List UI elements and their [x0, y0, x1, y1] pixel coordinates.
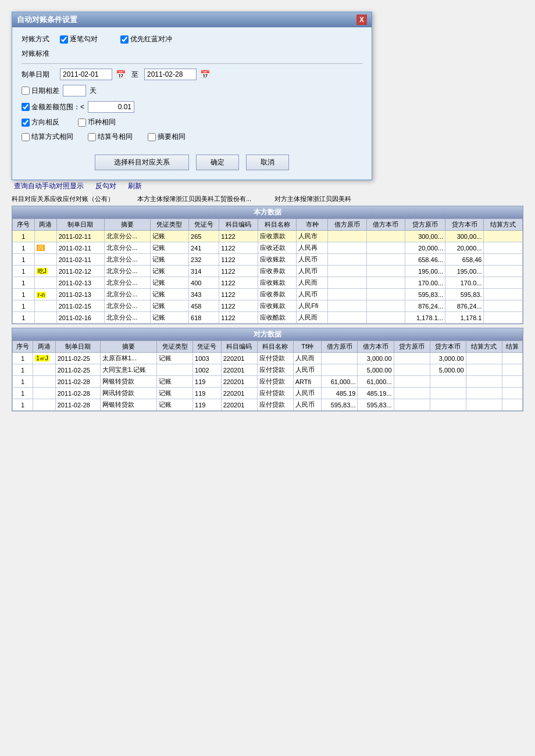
table-cell: 北京分公... [105, 289, 150, 300]
priority-checkbox-wrapper[interactable]: 优先红蓝对冲 [120, 34, 172, 44]
dialog-body: 对账方式 逐笔勾对 优先红蓝对冲 对账标准 制单日期 📅 至 📅 [12, 27, 372, 180]
dialog-title: 自动对账条件设置 [17, 15, 77, 25]
divider1 [22, 63, 362, 64]
settle-no-checkbox[interactable] [88, 133, 96, 141]
this-side-table: 序号 两港 制单日期 摘要 凭证类型 凭证号 科目编码 科目名称 市种 借方原币… [12, 218, 523, 324]
table-cell: 应付贷款 [257, 376, 293, 388]
th2-credit-local: 贷方本币 [430, 341, 466, 353]
priority-checkbox[interactable] [120, 35, 129, 44]
table-cell [502, 353, 522, 364]
this-side-table-header-row: 序号 两港 制单日期 摘要 凭证类型 凭证号 科目编码 科目名称 市种 借方原币… [13, 219, 523, 231]
th2-date: 制单日期 [55, 341, 100, 353]
direction-reverse-wrapper[interactable]: 方向相反 [22, 117, 59, 127]
currency-same-label: 币种相同 [88, 117, 116, 127]
table-cell: 241 [189, 242, 219, 254]
date-label: 制单日期 [22, 70, 56, 80]
other-side-label: 对方主体报簿浙江贝因美科 [274, 195, 351, 203]
table-cell [366, 231, 405, 242]
table-row[interactable]: 12011-02-28网银转贷款记账119220201应付贷款人民币595,83… [13, 399, 523, 411]
table-cell: 1122 [219, 300, 258, 312]
table-cell [484, 289, 523, 300]
calendar-from-icon[interactable]: 📅 [116, 70, 126, 79]
table-cell: 20,000... [445, 242, 484, 254]
calendar-to-icon[interactable]: 📅 [200, 70, 210, 79]
table-row[interactable]: 12011-02-16北京分公...记账6181122应收酷款人民而1,178.… [13, 312, 523, 324]
table-cell: 876,24... [405, 300, 445, 312]
select-mapping-button[interactable]: 选择科目对应关系 [95, 155, 189, 170]
table-cell: 458 [189, 300, 219, 312]
table-row[interactable]: 12011-02-11北京分公...记账2321122应收账款人民币658.46… [13, 254, 523, 266]
currency-same-wrapper[interactable]: 币种相同 [78, 117, 116, 127]
table-cell: 265 [189, 231, 219, 242]
table-cell: 应收账款 [258, 277, 297, 289]
table-row[interactable]: 1r-n2011-02-13北京分公...记账3431122应收券款人民币595… [13, 289, 523, 300]
priority-label: 优先红蓝对冲 [130, 34, 172, 44]
table-cell: 人民币 [293, 399, 322, 411]
table-cell [502, 399, 522, 411]
by-line-checkbox[interactable] [60, 35, 68, 44]
amount-range-row: 金额差额范围：< [22, 101, 362, 113]
date-to-input[interactable] [144, 69, 197, 80]
day-diff-input[interactable] [63, 85, 86, 96]
table-cell [328, 289, 367, 300]
confirm-button[interactable]: 确定 [196, 155, 239, 170]
th2-scode: 科目编码 [221, 341, 257, 353]
table-cell: 1 [13, 266, 35, 277]
table-cell: 195,00... [405, 266, 445, 277]
amount-range-input[interactable] [88, 101, 134, 113]
table-row[interactable]: 12011-02-25大同宝意1.记账1002220201应付贷款人民币5,00… [13, 364, 523, 376]
date-separator: 至 [131, 70, 138, 80]
table-row[interactable]: 12011-02-28网银转贷款记账119220201应付贷款ARTfi61,0… [13, 376, 523, 388]
table-cell: 1122 [219, 254, 258, 266]
summary-same-wrapper[interactable]: 摘要相同 [148, 132, 186, 142]
settle-method-wrapper[interactable]: 结算方式相同 [22, 132, 73, 142]
table-cell: 记账 [150, 289, 189, 300]
currency-same-checkbox[interactable] [78, 119, 86, 127]
day-diff-row: 日期相差 天 [22, 85, 362, 96]
table-cell: 2011-02-12 [56, 266, 105, 277]
mapping-label: 科目对应关系应收应付对账（公有） [12, 195, 114, 203]
table-cell [484, 300, 523, 312]
table-cell: 应收账款 [258, 254, 297, 266]
refresh-link[interactable]: 刷新 [128, 181, 142, 191]
amount-range-checkbox[interactable] [22, 103, 30, 111]
table-row[interactable]: 12011-02-15北京分公...记账4581122应收账款人民Ffi876,… [13, 300, 523, 312]
amount-range-checkbox-wrapper[interactable]: 金额差额范围：< [22, 102, 84, 112]
table-row[interactable]: 12011-02-28网讯转贷款记账119220201应付贷款人民币485.19… [13, 388, 523, 399]
table-cell: 220201 [221, 388, 257, 399]
day-diff-checkbox-wrapper[interactable]: 日期相差 [22, 86, 59, 96]
query-link[interactable]: 查询自动手动对照显示 [14, 181, 84, 191]
settle-method-checkbox[interactable] [22, 133, 30, 141]
table-cell: 1㎡J [33, 353, 55, 364]
table-cell: 1122 [219, 242, 258, 254]
table-cell: 人民币 [297, 266, 328, 277]
table-row[interactable]: 1四2011-02-11北京分公...记账2411122应收还款人民再20,00… [13, 242, 523, 254]
table-cell [502, 388, 522, 399]
table-cell [484, 277, 523, 289]
table-cell [394, 399, 430, 411]
direction-reverse-checkbox[interactable] [22, 119, 30, 127]
by-line-checkbox-wrapper[interactable]: 逐笔勾对 [60, 34, 98, 44]
cancel-button[interactable]: 取消 [246, 155, 289, 170]
date-from-input[interactable] [60, 69, 112, 80]
table-cell: 300,00... [405, 231, 445, 242]
table-cell: 北京分公... [105, 242, 150, 254]
close-button[interactable]: X [356, 15, 367, 25]
table-cell: 应收账款 [258, 300, 297, 312]
table-row[interactable]: 12011-02-11北京分公...记账2651122应收票款人民市300,00… [13, 231, 523, 242]
table-cell: 3,000.00 [430, 353, 466, 364]
th2-credit-orig: 贷方原币 [394, 341, 430, 353]
table-cell [502, 364, 522, 376]
table-row[interactable]: 1吃J2011-02-12北京分公...记账3141122应收券款人民币195,… [13, 266, 523, 277]
table-cell: 232 [189, 254, 219, 266]
table-cell: 1 [13, 242, 35, 254]
table-row[interactable]: 12011-02-13北京分公...记账4001122应收账款人民而170.00… [13, 277, 523, 289]
summary-same-checkbox[interactable] [148, 133, 156, 141]
table-cell: 北京分公... [105, 266, 150, 277]
table-cell: 大同宝意1.记账 [100, 364, 156, 376]
reverse-link[interactable]: 反勾对 [95, 181, 116, 191]
table-cell: 595,83... [358, 399, 394, 411]
day-diff-checkbox[interactable] [22, 87, 30, 95]
table-row[interactable]: 11㎡J2011-02-25太原百林1...记账1003220201应付贷款人民… [13, 353, 523, 364]
settle-no-wrapper[interactable]: 结算号相同 [88, 132, 133, 142]
